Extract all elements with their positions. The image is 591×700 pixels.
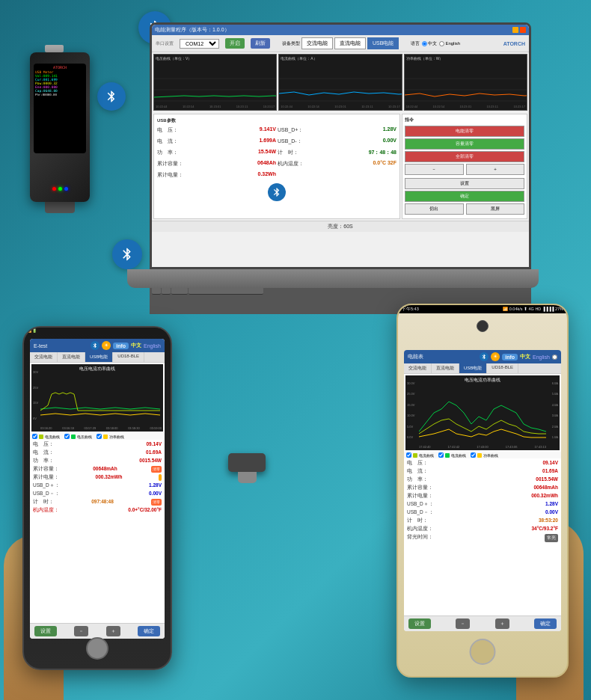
settings-btn[interactable]: 设置 (405, 178, 524, 189)
left-energy-row: 累计电量： 000.32mWh (33, 474, 162, 481)
voltage-chart: 电压曲线（单位：V） 10:22:4410:22:5410:23:0110:23… (153, 54, 277, 111)
left-confirm-btn[interactable]: 确定 (138, 626, 160, 636)
right-backlight-row: 背光时间： 常亮 (407, 534, 558, 542)
left-usbdplus-row: USB_D＋： 1.28V (33, 482, 162, 489)
left-tab-usb[interactable]: USB电能 (85, 352, 113, 362)
right-lang-radio[interactable] (552, 354, 557, 360)
data-right-panel: 指令 电能清零 容量清零 全部清零 － ＋ 设置 确定 切出 黑屏 (402, 114, 527, 219)
left-usbdminus-row: USB_D－： 0.00V (33, 491, 162, 497)
right-chart: 电压电流功率曲线 30.0V25.0V15.0V10.0V5.0V0.0V 6.… (405, 375, 560, 450)
left-power-row: 功 率： 0015.54W (33, 458, 162, 464)
phone-screen-left: E-test ☀ info 中文 English 交流电能 直流电能 USB电 (30, 339, 165, 639)
right-plus-btn[interactable]: ＋ (495, 618, 509, 629)
left-info-badge[interactable]: info (113, 343, 129, 349)
energy-clear-btn[interactable]: 电能清零 (405, 126, 524, 137)
temp-row: 机内温度： 0.0°C 32F (278, 160, 396, 168)
right-info-badge[interactable]: info (502, 354, 518, 360)
left-current-row: 电 流： 01.69A (33, 449, 162, 456)
lang-cn-radio[interactable]: 中文 (422, 40, 437, 47)
software-titlebar: 电能测量程序（版本号：1.0.0） (152, 25, 529, 35)
capacity-clear-btn[interactable]: 容量清零 (405, 138, 524, 150)
usb-device: ATORCH USB Meter Vol:009.141 Cur:001.699… (22, 45, 97, 239)
left-capacity-row: 累计容量： 00648mAh 清零 (33, 466, 162, 473)
left-lang-en[interactable]: English (144, 343, 161, 349)
right-backlight-val: 常亮 (545, 534, 558, 542)
usb-adapter (224, 453, 269, 483)
right-status-bar: 下午5:43 📶 0.04k/s ⬆ 4G HD ▐▐▐▐ 27% (398, 305, 567, 313)
right-wifi-icon: ☀ (491, 352, 500, 361)
right-tab-ac[interactable]: 交流电能 (404, 363, 432, 373)
left-lang-cn[interactable]: 中文 (131, 342, 141, 349)
minus-btn[interactable]: － (405, 164, 464, 175)
usb-params-label: USB参数 (157, 117, 396, 124)
laptop-body (127, 269, 539, 288)
software-toolbar: 串口设置 COM12 开启 刷新 设备类型 交流电能 直流电能 USB电能 语言… (152, 35, 529, 52)
voltage-row: 电 压： 9.141V (157, 126, 276, 134)
lang-en-radio[interactable]: English (439, 41, 460, 46)
right-camera (477, 320, 489, 332)
confirm-btn[interactable]: 确定 (405, 191, 524, 202)
right-bottom-bar: 设置 － ＋ 确定 (404, 615, 561, 631)
energy-row: 累计电量： 0.32Wh (157, 171, 276, 179)
data-section: USB参数 电 压： 9.141V USB_D+： 1.28V 电 流： 1.6 (152, 112, 529, 221)
com-select[interactable]: COM12 (180, 39, 219, 49)
phone-body-left: 📶 🔋 E-test ☀ info 中文 English (22, 326, 172, 670)
left-tab-ble[interactable]: UD18-BLE (113, 352, 144, 362)
lang-label: 语言 (411, 40, 420, 47)
left-time-tag[interactable]: 清零 (151, 499, 162, 506)
right-tab-usb[interactable]: USB电能 (459, 363, 487, 373)
right-current-row: 电 流： 01.69A (407, 468, 558, 475)
usb-type-btn[interactable]: USB电能 (367, 37, 399, 49)
left-tab-ac[interactable]: 交流电能 (30, 352, 58, 362)
left-energy-tag (159, 474, 162, 481)
left-status-bar: 📶 🔋 (24, 328, 171, 334)
phone-left: 📶 🔋 E-test ☀ info 中文 English (15, 326, 180, 685)
left-settings-btn[interactable]: 设置 (34, 626, 57, 636)
right-settings-btn[interactable]: 设置 (408, 618, 431, 629)
left-home-btn[interactable] (86, 637, 108, 660)
left-minus-btn[interactable]: － (74, 626, 88, 636)
current-chart: 电流曲线（单位：A） 10:22:4410:22:5410:23:0110:23… (278, 54, 402, 111)
exit-btn[interactable]: 切出 (405, 203, 464, 215)
ac-type-btn[interactable]: 交流电能 (301, 37, 333, 49)
right-tab-ble[interactable]: UD18-BLE (487, 363, 518, 373)
left-tab-dc[interactable]: 直流电能 (58, 352, 85, 362)
left-cap-clear-tag[interactable]: 清零 (151, 466, 162, 473)
right-temp-row: 机内温度： 34°C/93.2°F (407, 526, 558, 532)
phone-body-right: 下午5:43 📶 0.04k/s ⬆ 4G HD ▐▐▐▐ 27% 电能表 ☀ … (396, 304, 569, 678)
right-app-title: 电能表 (408, 353, 423, 360)
left-app-tabs: 交流电能 直流电能 USB电能 UD18-BLE (30, 352, 165, 363)
panel-label: 指令 (405, 117, 524, 123)
left-time-row: 计 时： 097:48:48 清零 (33, 499, 162, 506)
right-home-btn[interactable] (470, 639, 496, 665)
right-capacity-row: 累计容量： 00648mAh (407, 485, 558, 491)
right-status-signal: 📶 0.04k/s ⬆ 4G HD ▐▐▐▐ 27% (503, 307, 563, 312)
power-row: 功 率： 15.54W (157, 149, 276, 156)
right-time-row: 计 时： 38:53:20 (407, 518, 558, 524)
right-lang-cn[interactable]: 中文 (520, 353, 530, 360)
refresh-button[interactable]: 刷新 (251, 38, 270, 49)
right-bt-icon (480, 352, 489, 361)
com-label: 串口设置 (156, 40, 174, 47)
phone-screen-right: 电能表 ☀ info 中文 English 交流电能 直流电能 USB电能 UD… (404, 350, 561, 631)
right-confirm-btn[interactable]: 确定 (534, 618, 557, 629)
device-type-label: 设备类型 (282, 40, 300, 47)
left-plus-btn[interactable]: ＋ (106, 626, 120, 636)
blackscreen-btn[interactable]: 黑屏 (466, 203, 525, 215)
plus-btn[interactable]: ＋ (466, 164, 525, 175)
right-lang-en: English (533, 354, 550, 360)
right-tab-dc[interactable]: 直流电能 (432, 363, 459, 373)
dc-type-btn[interactable]: 直流电能 (334, 37, 366, 49)
power-chart-label: 功率曲线（单位：W） (406, 56, 444, 61)
laptop: 电能测量程序（版本号：1.0.0） 串口设置 COM12 开启 刷新 设备类型 (127, 22, 539, 314)
usb-brand: ATORCH (35, 65, 85, 70)
brightness-label: 亮度：60S (328, 224, 352, 229)
left-chart: 电压电流功率曲线 30V25V15V6V 03:56:2003:56:5903:… (31, 364, 163, 432)
right-minus-btn[interactable]: － (456, 618, 470, 629)
left-bottom-bar: 设置 － ＋ 确定 (30, 623, 165, 639)
all-clear-btn[interactable]: 全部清零 (405, 151, 524, 162)
usb-screen: ATORCH USB Meter Vol:009.141 Cur:001.699… (34, 64, 86, 153)
open-button[interactable]: 开启 (225, 38, 245, 49)
bluetooth-icon-left (97, 82, 126, 111)
left-wifi-icon: ☀ (102, 341, 111, 350)
